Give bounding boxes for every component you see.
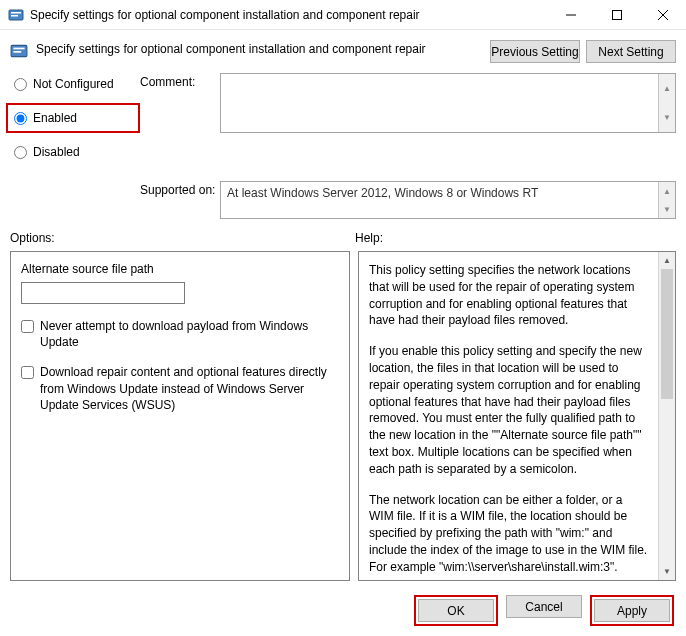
scroll-down-icon[interactable]: ▼ [659,563,675,580]
cancel-button[interactable]: Cancel [506,595,582,618]
direct-wu-checkbox[interactable] [21,366,34,379]
supported-value: At least Windows Server 2012, Windows 8 … [227,186,538,200]
help-panel: This policy setting specifies the networ… [358,251,676,581]
header-description: Specify settings for optional component … [36,40,490,56]
radio-not-configured[interactable]: Not Configured [10,73,140,95]
supported-label: Supported on: [140,181,220,219]
header-row: Specify settings for optional component … [0,30,686,69]
apply-button[interactable]: Apply [594,599,670,622]
help-label: Help: [355,231,383,245]
svg-rect-4 [613,10,622,19]
chevron-up-icon[interactable]: ▲ [659,182,675,200]
comment-label: Comment: [140,73,220,89]
help-p2: If you enable this policy setting and sp… [369,343,648,477]
scroll-thumb[interactable] [661,269,673,399]
policy-icon [8,7,24,23]
radio-not-configured-label: Not Configured [33,77,114,91]
help-text: This policy setting specifies the networ… [359,252,658,580]
help-p1: This policy setting specifies the networ… [369,262,648,329]
radio-enabled-label: Enabled [33,111,77,125]
help-scrollbar[interactable]: ▲ ▼ [658,252,675,580]
state-radio-group: Not Configured Enabled Disabled [10,73,140,171]
chevron-up-icon[interactable]: ▲ [659,74,675,103]
chevron-down-icon[interactable]: ▼ [659,103,675,132]
options-panel: Alternate source file path Never attempt… [10,251,350,581]
ok-button[interactable]: OK [418,599,494,622]
svg-rect-9 [13,51,21,53]
minimize-button[interactable] [548,0,594,30]
alt-path-input[interactable] [21,282,185,304]
radio-not-configured-input[interactable] [14,78,27,91]
close-button[interactable] [640,0,686,30]
scroll-up-icon[interactable]: ▲ [659,252,675,269]
svg-rect-8 [13,48,24,50]
radio-enabled-input[interactable] [14,112,27,125]
svg-rect-1 [11,12,21,14]
highlight-enabled: Enabled [6,103,140,133]
radio-enabled[interactable]: Enabled [10,107,120,129]
alt-path-label: Alternate source file path [21,262,339,276]
never-download-label: Never attempt to download payload from W… [40,318,339,350]
svg-rect-2 [11,15,18,17]
radio-disabled-label: Disabled [33,145,80,159]
footer-buttons: OK Cancel Apply [414,595,674,626]
next-setting-button[interactable]: Next Setting [586,40,676,63]
titlebar: Specify settings for optional component … [0,0,686,30]
never-download-checkbox[interactable] [21,320,34,333]
comment-field[interactable]: ▲ ▼ [220,73,676,133]
previous-setting-button[interactable]: Previous Setting [490,40,580,63]
radio-disabled[interactable]: Disabled [10,141,140,163]
help-p3: The network location can be either a fol… [369,492,648,576]
highlight-apply: Apply [590,595,674,626]
highlight-ok: OK [414,595,498,626]
options-label: Options: [10,231,355,245]
direct-wu-label: Download repair content and optional fea… [40,364,339,413]
maximize-button[interactable] [594,0,640,30]
window-controls [548,0,686,30]
window-title: Specify settings for optional component … [30,8,548,22]
policy-icon [10,42,28,60]
chevron-down-icon[interactable]: ▼ [659,200,675,218]
supported-field: At least Windows Server 2012, Windows 8 … [220,181,676,219]
radio-disabled-input[interactable] [14,146,27,159]
